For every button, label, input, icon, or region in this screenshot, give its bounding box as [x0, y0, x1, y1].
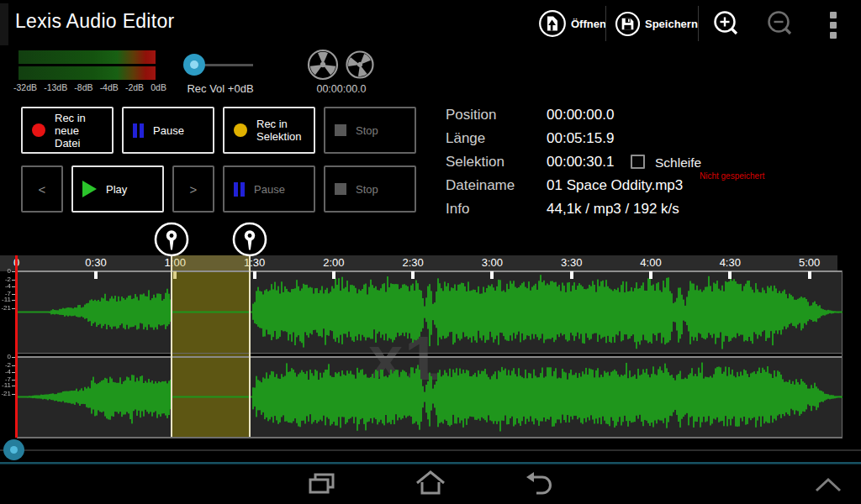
record-icon [32, 123, 45, 137]
db-scale-tick [12, 394, 15, 395]
tape-reels-icon [303, 47, 380, 84]
pause-icon [234, 182, 245, 197]
selection-label: Selektion [446, 154, 545, 171]
timeline-tick [808, 271, 811, 279]
selection-start-edge[interactable] [171, 255, 172, 437]
save-button[interactable]: Speichern [615, 8, 698, 39]
loop-checkbox[interactable] [631, 155, 645, 169]
rec-volume-slider-thumb[interactable] [183, 54, 205, 76]
db-scale-label: -11 [0, 382, 11, 389]
play-pause-label: Pause [254, 183, 285, 196]
stop-icon [335, 124, 346, 136]
up-affordance [0, 3, 8, 45]
db-scale-tick [12, 308, 15, 309]
loop-label: Schleife [655, 155, 701, 171]
pause-icon [133, 123, 144, 138]
previous-label: < [39, 182, 46, 197]
fileinfo-label: Info [446, 201, 545, 218]
db-scale-tick [12, 300, 15, 301]
record-pause-label: Pause [153, 124, 184, 137]
scrollbar-track[interactable] [0, 449, 861, 451]
next-button[interactable]: > [172, 165, 214, 213]
play-stop-label: Stop [356, 183, 378, 196]
open-button[interactable]: Öffnen [538, 8, 606, 39]
record-in-selection-button[interactable]: Rec in Selektion [223, 107, 315, 154]
slider-thumb-dot [190, 60, 198, 69]
zoom-in-icon [712, 9, 741, 38]
db-scale-label: -11 [0, 297, 11, 303]
play-pause-button[interactable]: Pause [223, 165, 315, 213]
timeline-label: 5:00 [799, 256, 820, 269]
fileinfo-value: 44,1k / mp3 / 192 k/s [547, 201, 679, 218]
db-scale-label: -4 [0, 369, 11, 375]
collapse-icon [813, 475, 843, 495]
filename-value: 01 Space Oddity.mp3 [547, 177, 683, 194]
waveform-canvas[interactable] [17, 272, 843, 438]
home-button[interactable] [415, 470, 446, 498]
position-value: 00:00:00.0 [547, 107, 614, 123]
play-button[interactable]: Play [71, 165, 164, 213]
level-meter-bar-left [18, 50, 156, 64]
next-label: > [190, 182, 198, 197]
record-new-file-label: Rec in neue Datei [55, 112, 103, 150]
play-stop-button[interactable]: Stop [324, 165, 416, 213]
record-pause-button[interactable]: Pause [122, 107, 214, 154]
collapse-navbar-button[interactable] [813, 475, 843, 495]
timeline-tick [490, 271, 494, 279]
db-scale-label: -21 [0, 391, 11, 397]
length-value: 00:05:15.9 [547, 130, 614, 147]
record-in-selection-label: Rec in Selektion [256, 118, 310, 143]
db-scale-tick [12, 271, 15, 272]
overflow-menu-button[interactable] [830, 12, 837, 42]
timeline-label: 2:30 [402, 256, 423, 269]
position-label: Position [446, 107, 545, 123]
play-label: Play [106, 183, 127, 196]
record-stop-label: Stop [356, 124, 378, 137]
back-icon [525, 470, 555, 499]
recents-button[interactable] [307, 470, 337, 499]
level-meter-bar-right [18, 66, 156, 80]
timeline-tick [332, 271, 335, 279]
zoom-in-button[interactable] [712, 9, 741, 38]
open-file-icon [538, 9, 567, 38]
timeline-label: 3:30 [561, 256, 582, 269]
selection-start-marker-pin[interactable] [153, 221, 190, 258]
db-scale-tick [12, 286, 15, 287]
scrollbar-thumb[interactable] [3, 439, 24, 460]
play-icon [82, 181, 97, 197]
length-label: Länge [446, 130, 545, 147]
zoom-out-button[interactable] [766, 9, 795, 38]
record-new-file-button[interactable]: Rec in neue Datei [21, 107, 114, 154]
unsaved-badge: Nicht gespeichert [700, 171, 764, 181]
record-stop-button[interactable]: Stop [324, 107, 416, 154]
selection-value: 00:00:30.1 [547, 154, 614, 171]
timeline-label: 4:00 [640, 256, 661, 269]
db-scale-label: -4 [0, 283, 11, 290]
tape-counter: 00:00:00.0 [306, 83, 377, 95]
db-scale-tick [12, 294, 15, 295]
playhead-cursor[interactable] [15, 255, 18, 438]
actionbar-divider [605, 6, 606, 41]
zoom-out-icon [766, 9, 795, 38]
db-scale-label: 0 [0, 354, 11, 360]
back-button[interactable] [525, 470, 555, 499]
stop-icon [335, 183, 346, 195]
open-button-label: Öffnen [571, 18, 606, 30]
timeline-tick [411, 271, 415, 279]
db-scale-tick [12, 280, 15, 281]
previous-button[interactable]: < [21, 165, 63, 213]
record-selection-icon [234, 123, 247, 137]
timeline-ruler[interactable]: 00:301:001:302:002:303:003:304:004:305:0… [0, 255, 837, 271]
save-button-label: Speichern [645, 18, 698, 30]
level-meter-scale: -32dB -13dB -8dB -4dB -2dB 0dB [13, 82, 166, 92]
lexis-audio-editor-app: Lexis Audio Editor Öffnen Speichern [0, 0, 861, 504]
selection-end-marker-pin[interactable] [231, 221, 268, 258]
db-scale-tick [12, 380, 15, 381]
home-icon [415, 470, 446, 498]
recents-icon [307, 470, 337, 499]
timeline-tick [570, 271, 573, 279]
timeline-tick [94, 271, 98, 279]
db-scale-tick [12, 365, 15, 366]
selection-end-edge[interactable] [249, 255, 251, 437]
rec-volume-label: Rec Vol +0dB [177, 82, 264, 95]
